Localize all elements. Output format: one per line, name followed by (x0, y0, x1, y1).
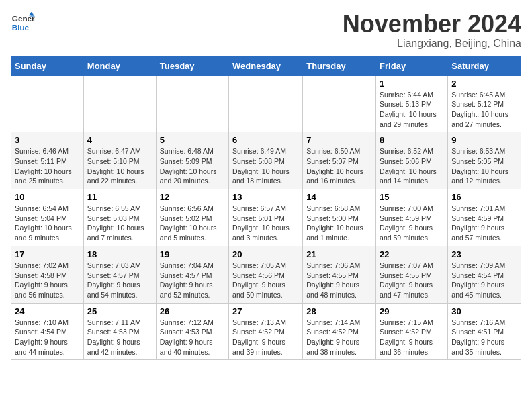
calendar-table: SundayMondayTuesdayWednesdayThursdayFrid… (11, 56, 521, 361)
calendar-week-row: 3Sunrise: 6:46 AM Sunset: 5:11 PM Daylig… (11, 132, 521, 189)
day-number: 29 (380, 306, 444, 316)
day-number: 6 (232, 135, 299, 145)
day-detail: Sunrise: 6:46 AM Sunset: 5:11 PM Dayligh… (15, 146, 80, 186)
calendar-cell: 12Sunrise: 6:56 AM Sunset: 5:02 PM Dayli… (156, 189, 228, 246)
calendar-cell: 5Sunrise: 6:48 AM Sunset: 5:09 PM Daylig… (156, 132, 228, 189)
svg-text:Blue: Blue (12, 23, 30, 32)
calendar-day-header: Friday (376, 56, 448, 75)
day-detail: Sunrise: 7:00 AM Sunset: 4:59 PM Dayligh… (380, 203, 444, 243)
day-number: 9 (451, 135, 517, 145)
location: Liangxiang, Beijing, China (343, 38, 521, 50)
calendar-cell: 3Sunrise: 6:46 AM Sunset: 5:11 PM Daylig… (11, 132, 84, 189)
day-number: 2 (451, 79, 517, 89)
day-number: 19 (160, 249, 225, 259)
day-number: 20 (232, 249, 299, 259)
calendar-cell: 20Sunrise: 7:05 AM Sunset: 4:56 PM Dayli… (229, 246, 303, 303)
day-number: 15 (380, 192, 444, 202)
day-detail: Sunrise: 6:55 AM Sunset: 5:03 PM Dayligh… (87, 203, 152, 243)
calendar-cell: 18Sunrise: 7:03 AM Sunset: 4:57 PM Dayli… (83, 246, 156, 303)
calendar-cell: 21Sunrise: 7:06 AM Sunset: 4:55 PM Dayli… (303, 246, 376, 303)
day-detail: Sunrise: 6:54 AM Sunset: 5:04 PM Dayligh… (15, 203, 80, 243)
day-detail: Sunrise: 7:13 AM Sunset: 4:52 PM Dayligh… (232, 318, 299, 357)
day-detail: Sunrise: 7:03 AM Sunset: 4:57 PM Dayligh… (87, 261, 152, 300)
calendar-cell (229, 75, 303, 132)
calendar-cell: 28Sunrise: 7:14 AM Sunset: 4:52 PM Dayli… (303, 303, 376, 360)
calendar-cell: 30Sunrise: 7:16 AM Sunset: 4:51 PM Dayli… (448, 303, 521, 360)
day-number: 4 (87, 135, 152, 145)
day-detail: Sunrise: 7:11 AM Sunset: 4:53 PM Dayligh… (87, 318, 152, 357)
day-number: 7 (306, 135, 372, 145)
day-detail: Sunrise: 6:48 AM Sunset: 5:09 PM Dayligh… (160, 146, 225, 186)
calendar-day-header: Wednesday (229, 56, 303, 75)
calendar-cell: 2Sunrise: 6:45 AM Sunset: 5:12 PM Daylig… (448, 75, 521, 132)
day-detail: Sunrise: 7:04 AM Sunset: 4:57 PM Dayligh… (160, 261, 225, 300)
day-number: 28 (306, 306, 372, 316)
calendar-cell: 19Sunrise: 7:04 AM Sunset: 4:57 PM Dayli… (156, 246, 228, 303)
calendar-cell: 9Sunrise: 6:53 AM Sunset: 5:05 PM Daylig… (448, 132, 521, 189)
day-detail: Sunrise: 6:52 AM Sunset: 5:06 PM Dayligh… (380, 146, 444, 186)
calendar-cell: 6Sunrise: 6:49 AM Sunset: 5:08 PM Daylig… (229, 132, 303, 189)
calendar-cell: 13Sunrise: 6:57 AM Sunset: 5:01 PM Dayli… (229, 189, 303, 246)
calendar-cell: 15Sunrise: 7:00 AM Sunset: 4:59 PM Dayli… (376, 189, 448, 246)
day-detail: Sunrise: 7:02 AM Sunset: 4:58 PM Dayligh… (15, 261, 80, 300)
day-detail: Sunrise: 7:16 AM Sunset: 4:51 PM Dayligh… (451, 318, 517, 357)
month-title: November 2024 (343, 11, 521, 38)
calendar-day-header: Monday (83, 56, 156, 75)
day-detail: Sunrise: 7:06 AM Sunset: 4:55 PM Dayligh… (306, 261, 372, 300)
day-number: 11 (87, 192, 152, 202)
calendar-week-row: 17Sunrise: 7:02 AM Sunset: 4:58 PM Dayli… (11, 246, 521, 303)
day-detail: Sunrise: 6:56 AM Sunset: 5:02 PM Dayligh… (160, 203, 225, 243)
calendar-cell: 4Sunrise: 6:47 AM Sunset: 5:10 PM Daylig… (83, 132, 156, 189)
day-detail: Sunrise: 7:10 AM Sunset: 4:54 PM Dayligh… (15, 318, 80, 357)
calendar-cell: 17Sunrise: 7:02 AM Sunset: 4:58 PM Dayli… (11, 246, 84, 303)
day-detail: Sunrise: 7:05 AM Sunset: 4:56 PM Dayligh… (232, 261, 299, 300)
calendar-cell: 27Sunrise: 7:13 AM Sunset: 4:52 PM Dayli… (229, 303, 303, 360)
calendar-cell: 29Sunrise: 7:15 AM Sunset: 4:52 PM Dayli… (376, 303, 448, 360)
day-number: 3 (15, 135, 80, 145)
day-detail: Sunrise: 7:15 AM Sunset: 4:52 PM Dayligh… (380, 318, 444, 357)
day-detail: Sunrise: 6:44 AM Sunset: 5:13 PM Dayligh… (380, 90, 444, 130)
calendar-day-header: Thursday (303, 56, 376, 75)
day-detail: Sunrise: 7:09 AM Sunset: 4:54 PM Dayligh… (451, 261, 517, 300)
calendar-cell: 10Sunrise: 6:54 AM Sunset: 5:04 PM Dayli… (11, 189, 84, 246)
title-area: November 2024 Liangxiang, Beijing, China (343, 11, 521, 50)
day-detail: Sunrise: 6:58 AM Sunset: 5:00 PM Dayligh… (306, 203, 372, 243)
day-number: 16 (451, 192, 517, 202)
calendar-cell: 22Sunrise: 7:07 AM Sunset: 4:55 PM Dayli… (376, 246, 448, 303)
day-number: 22 (380, 249, 444, 259)
calendar-week-row: 24Sunrise: 7:10 AM Sunset: 4:54 PM Dayli… (11, 303, 521, 360)
day-detail: Sunrise: 6:49 AM Sunset: 5:08 PM Dayligh… (232, 146, 299, 186)
day-number: 18 (87, 249, 152, 259)
calendar-body: 1Sunrise: 6:44 AM Sunset: 5:13 PM Daylig… (11, 75, 521, 360)
day-number: 26 (160, 306, 225, 316)
calendar-cell (83, 75, 156, 132)
calendar-cell: 24Sunrise: 7:10 AM Sunset: 4:54 PM Dayli… (11, 303, 84, 360)
calendar-cell: 8Sunrise: 6:52 AM Sunset: 5:06 PM Daylig… (376, 132, 448, 189)
calendar-cell: 7Sunrise: 6:50 AM Sunset: 5:07 PM Daylig… (303, 132, 376, 189)
day-number: 12 (160, 192, 225, 202)
day-detail: Sunrise: 6:57 AM Sunset: 5:01 PM Dayligh… (232, 203, 299, 243)
calendar-cell: 11Sunrise: 6:55 AM Sunset: 5:03 PM Dayli… (83, 189, 156, 246)
day-number: 24 (15, 306, 80, 316)
day-detail: Sunrise: 7:07 AM Sunset: 4:55 PM Dayligh… (380, 261, 444, 300)
logo: General Blue (11, 11, 35, 35)
day-number: 10 (15, 192, 80, 202)
calendar-cell: 25Sunrise: 7:11 AM Sunset: 4:53 PM Dayli… (83, 303, 156, 360)
day-detail: Sunrise: 6:53 AM Sunset: 5:05 PM Dayligh… (451, 146, 517, 186)
calendar-cell: 1Sunrise: 6:44 AM Sunset: 5:13 PM Daylig… (376, 75, 448, 132)
day-number: 13 (232, 192, 299, 202)
calendar-day-header: Sunday (11, 56, 84, 75)
day-detail: Sunrise: 7:14 AM Sunset: 4:52 PM Dayligh… (306, 318, 372, 357)
day-number: 30 (451, 306, 517, 316)
calendar-day-header: Tuesday (156, 56, 228, 75)
calendar-cell (303, 75, 376, 132)
day-detail: Sunrise: 6:47 AM Sunset: 5:10 PM Dayligh… (87, 146, 152, 186)
header: General Blue November 2024 Liangxiang, B… (11, 11, 521, 50)
calendar-week-row: 1Sunrise: 6:44 AM Sunset: 5:13 PM Daylig… (11, 75, 521, 132)
day-number: 23 (451, 249, 517, 259)
calendar-header-row: SundayMondayTuesdayWednesdayThursdayFrid… (11, 56, 521, 75)
calendar-cell: 23Sunrise: 7:09 AM Sunset: 4:54 PM Dayli… (448, 246, 521, 303)
calendar-cell (156, 75, 228, 132)
day-number: 17 (15, 249, 80, 259)
calendar-cell: 26Sunrise: 7:12 AM Sunset: 4:53 PM Dayli… (156, 303, 228, 360)
